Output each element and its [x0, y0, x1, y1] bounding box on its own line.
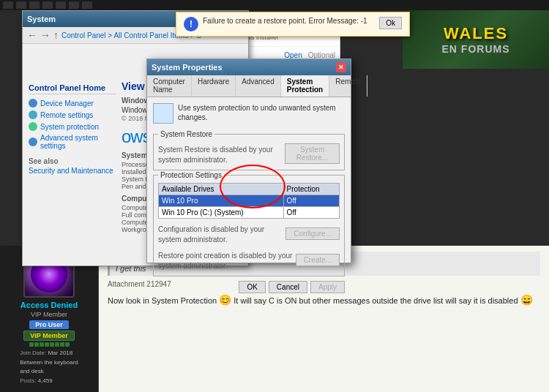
vip-star [29, 342, 34, 347]
dialog-body: Use system protection to undo unwanted s… [147, 97, 351, 299]
drive-protection: Off [283, 207, 339, 219]
posts-label: Posts: [20, 377, 36, 384]
drive-name: Win 10 Pro [159, 195, 284, 207]
taskbar-item [3, 1, 13, 9]
vip-stars [29, 342, 70, 347]
taskbar-item [82, 1, 92, 9]
system-title-text: System [27, 15, 56, 23]
forums-logo-text: EN FORUMS [442, 43, 510, 55]
forum-header: WALES EN FORUMS [403, 10, 549, 69]
ok-button[interactable]: OK [239, 281, 265, 293]
error-toast: ! Failure to create a restore point. Err… [176, 12, 410, 37]
drive-name: Win 10 Pro (C:) (System) [159, 207, 284, 219]
sidebar-item-device-manager[interactable]: Device Manager [29, 97, 116, 109]
vip-star [40, 342, 44, 347]
tab-system-protection[interactable]: System Protection [281, 75, 329, 97]
table-row[interactable]: Win 10 Pro (C:) (System) Off [159, 207, 340, 219]
pro-badge: Pro User [29, 320, 69, 329]
sidebar-item-advanced[interactable]: Advanced system settings [29, 132, 116, 151]
vip-star [55, 342, 59, 347]
system-restore-section: System Restore System Restore is disable… [153, 134, 345, 170]
col-protection-header: Protection [283, 184, 339, 195]
sidebar-item-security[interactable]: Security and Maintenance [29, 165, 116, 176]
join-date: Mar 2018 [48, 350, 72, 356]
shield-icon [153, 103, 173, 124]
up-button[interactable]: ↑ [53, 29, 59, 41]
dialog-close-button[interactable]: ✕ [336, 62, 346, 72]
tab-advanced[interactable]: Advanced [236, 75, 280, 97]
taskbar-items [0, 1, 95, 9]
back-button[interactable]: ← [27, 29, 37, 41]
configure-button[interactable]: Configure... [285, 227, 340, 240]
system-sidebar: Control Panel Home Device Manager Remote… [29, 80, 116, 176]
taskbar-item [56, 1, 66, 9]
create-desc-text: Restore point creation is disabled by yo… [158, 251, 293, 271]
protection-section-title: Protection Settings [158, 171, 224, 179]
error-icon: ! [184, 17, 198, 31]
sidebar-label: Device Manager [40, 99, 94, 108]
drives-table: Available Drives Protection Win 10 Pro O… [158, 183, 340, 219]
dialog-description: Use system protection to undo unwanted s… [178, 103, 345, 122]
sidebar-icon [29, 122, 37, 131]
emoji-icon: 😄 [520, 294, 533, 306]
error-message: Failure to create a restore point. Error… [203, 17, 375, 25]
see-also-label: See also [29, 157, 116, 165]
sidebar-item-system-protection[interactable]: System protection [29, 121, 116, 132]
sidebar-icon [29, 99, 37, 108]
user-info: Join Date: Mar 2018 Between the keyboard… [20, 349, 78, 386]
sidebar-label: Security and Maintenance [29, 167, 113, 175]
title-left: System [27, 15, 56, 23]
user-rank: VIP Member [31, 311, 67, 318]
username: Access Denied [20, 301, 78, 309]
sidebar-heading: Control Panel Home [29, 80, 116, 94]
dialog-button-row: OK Cancel Apply [153, 281, 345, 293]
taskbar-item [69, 1, 79, 9]
col-drive-header: Available Drives [159, 184, 284, 195]
taskbar-item [16, 1, 26, 9]
config-desc-text: Configuration is disabled by your system… [158, 225, 283, 245]
sidebar-label: Remote settings [40, 111, 93, 119]
vip-star [50, 342, 54, 347]
system-properties-dialog: System Properties ✕ Computer Name Hardwa… [146, 59, 351, 263]
sidebar-label: Advanced system settings [40, 134, 116, 150]
posts-count: 4,459 [38, 377, 53, 384]
table-row[interactable]: Win 10 Pro Off [159, 195, 340, 207]
dialog-titlebar: System Properties ✕ [147, 59, 351, 75]
restore-desc-text: System Restore is disabled by your syste… [158, 145, 282, 165]
cancel-button[interactable]: Cancel [269, 281, 307, 293]
vip-star [60, 342, 64, 347]
tab-computer-name[interactable]: Computer Name [147, 75, 192, 97]
dialog-tabs: Computer Name Hardware Advanced System P… [147, 75, 351, 97]
taskbar-item [42, 1, 53, 9]
sidebar-icon [29, 110, 37, 119]
vip-star [65, 342, 70, 347]
apply-button[interactable]: Apply [310, 281, 345, 293]
dialog-controls: ✕ [336, 62, 346, 72]
between-value2: and desk [20, 368, 43, 374]
protection-settings-section: Protection Settings Available Drives Pro… [153, 175, 345, 276]
vip-star [34, 342, 39, 347]
between-value: Between the keyboard [20, 359, 78, 366]
user-section: Access Denied VIP Member Pro User VIP Me… [0, 246, 99, 392]
system-restore-button[interactable]: System Restore... [285, 143, 340, 164]
vip-badge: VIP Member [23, 331, 74, 341]
dialog-title: System Properties [152, 63, 223, 72]
sidebar-icon [29, 137, 37, 146]
wales-logo-text: WALES [444, 24, 508, 43]
join-label: Join Date: [20, 350, 46, 356]
ok-button[interactable]: Ok [379, 17, 402, 29]
tab-remote[interactable]: Remote [329, 75, 367, 97]
restore-section-title: System Restore [158, 130, 214, 138]
sidebar-item-remote-settings[interactable]: Remote settings [29, 109, 116, 121]
tab-hardware[interactable]: Hardware [192, 75, 236, 97]
vip-star [45, 342, 49, 347]
drive-protection: Off [283, 195, 339, 207]
create-button[interactable]: Create... [296, 254, 340, 266]
taskbar [0, 0, 549, 10]
sidebar-label: System protection [40, 123, 99, 131]
taskbar-item [29, 1, 40, 9]
forward-button[interactable]: → [40, 29, 51, 41]
